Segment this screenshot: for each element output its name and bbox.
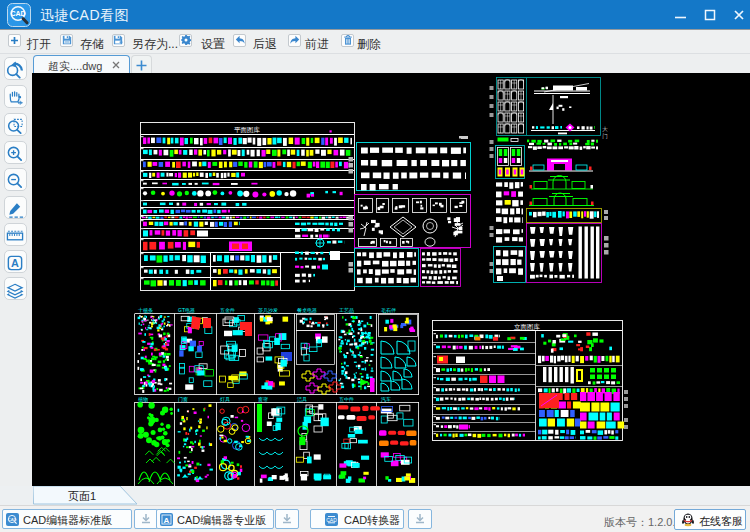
svg-text:餐桌电器: 餐桌电器 bbox=[297, 307, 317, 313]
svg-text:A: A bbox=[11, 257, 19, 269]
svg-text:CAD: CAD bbox=[10, 10, 25, 17]
svg-text:窗帘: 窗帘 bbox=[258, 396, 268, 403]
svg-text:植物: 植物 bbox=[138, 396, 148, 403]
svg-text:毛石伴: 毛石伴 bbox=[381, 307, 396, 314]
svg-text:五中件: 五中件 bbox=[339, 396, 354, 402]
svg-text:五金件: 五金件 bbox=[220, 307, 235, 313]
svg-text:大: 大 bbox=[602, 126, 608, 132]
svg-text:GT电器: GT电器 bbox=[178, 307, 195, 313]
svg-text:汽车: 汽车 bbox=[381, 396, 391, 403]
svg-text:工艺品: 工艺品 bbox=[339, 307, 354, 313]
svg-text:CAD: CAD bbox=[326, 516, 337, 522]
svg-text:茶几沙发: 茶几沙发 bbox=[258, 307, 278, 314]
svg-text:A: A bbox=[164, 515, 170, 524]
svg-text:十植条: 十植条 bbox=[138, 307, 153, 314]
svg-text:立面图库: 立面图库 bbox=[514, 323, 541, 330]
svg-text:门窗: 门窗 bbox=[178, 396, 188, 403]
svg-text:灯具: 灯具 bbox=[220, 396, 230, 403]
svg-text:平面图库: 平面图库 bbox=[234, 126, 261, 133]
svg-text:门: 门 bbox=[602, 133, 608, 139]
svg-text:洁具: 洁具 bbox=[297, 396, 307, 403]
